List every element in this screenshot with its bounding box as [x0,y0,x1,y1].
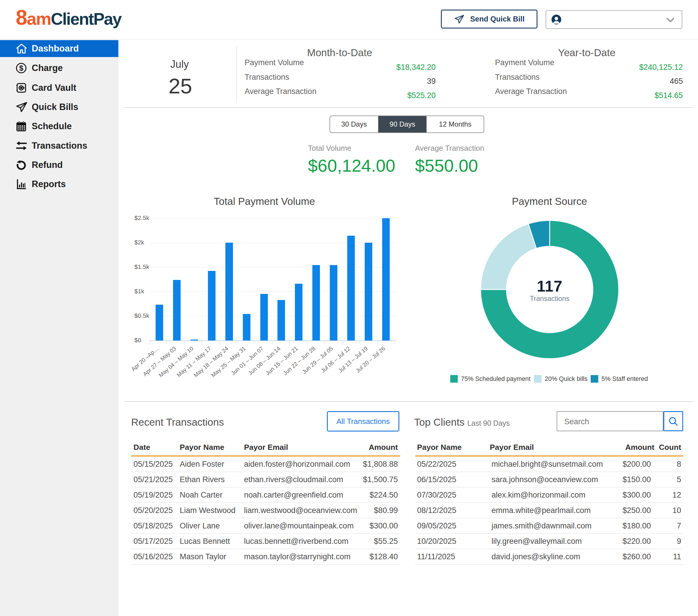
svg-text:$: $ [19,64,23,72]
